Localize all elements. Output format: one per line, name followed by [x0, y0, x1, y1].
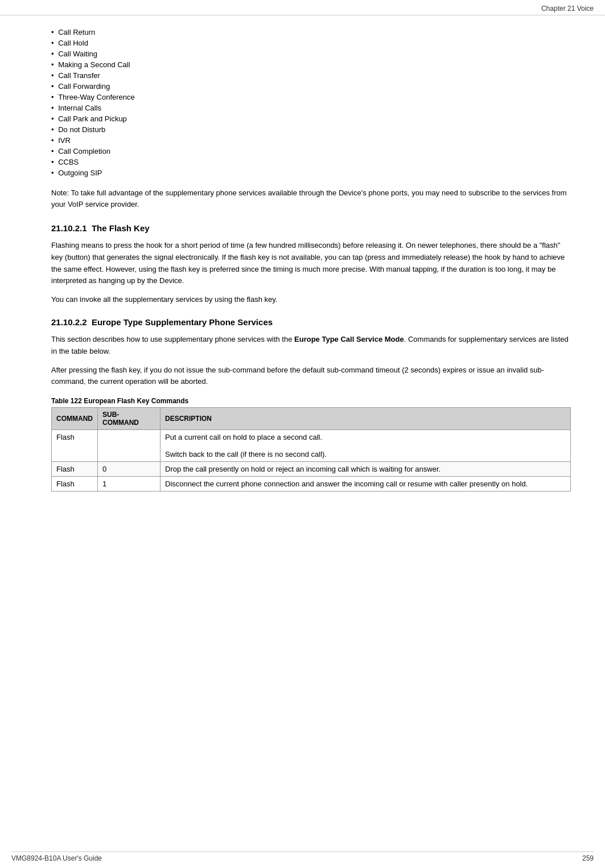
note-block: Note: To take full advantage of the supp… [51, 187, 571, 210]
bullet-item: Do not Disturb [51, 124, 571, 135]
col-header-description: DESCRIPTION [160, 408, 571, 430]
section2-title: Europe Type Supplementary Phone Services [92, 317, 273, 327]
section2-para1: This section describes how to use supple… [51, 334, 571, 358]
cell-description: Drop the call presently on hold or rejec… [160, 462, 571, 477]
cell-subcommand: 1 [98, 477, 160, 492]
bullet-item: Call Hold [51, 38, 571, 48]
col-header-subcommand: SUB-COMMAND [98, 408, 160, 430]
cell-subcommand [98, 430, 160, 462]
table-body: FlashPut a current call on hold to place… [52, 430, 571, 492]
table-header: COMMAND SUB-COMMAND DESCRIPTION [52, 408, 571, 430]
section1-title: The Flash Key [92, 223, 150, 233]
section2-number: 21.10.2.2 [51, 317, 87, 327]
cell-command: Flash [52, 430, 98, 462]
bullet-item: Call Park and Pickup [51, 113, 571, 124]
page-footer: VMG8924-B10A User's Guide 259 [11, 851, 594, 862]
section1-para1: Flashing means to press the hook for a s… [51, 240, 571, 287]
flash-key-table: COMMAND SUB-COMMAND DESCRIPTION FlashPut… [51, 407, 571, 492]
table-row: Flash1Disconnect the current phone conne… [52, 477, 571, 492]
section1-number: 21.10.2.1 [51, 223, 87, 233]
table-row: Flash0Drop the call presently on hold or… [52, 462, 571, 477]
cell-description: Disconnect the current phone connection … [160, 477, 571, 492]
section1-para2: You can invoke all the supplementary ser… [51, 294, 571, 306]
bullet-item: Three-Way Conference [51, 92, 571, 103]
note-label: Note: [51, 189, 69, 197]
cell-command: Flash [52, 477, 98, 492]
note-body: To take full advantage of the supplement… [51, 189, 567, 208]
bullet-item: Call Return [51, 27, 571, 38]
page-header: Chapter 21 Voice [0, 0, 605, 15]
bullet-item: Making a Second Call [51, 59, 571, 70]
cell-subcommand: 0 [98, 462, 160, 477]
col-header-command: COMMAND [52, 408, 98, 430]
section2-para2: After pressing the flash key, if you do … [51, 365, 571, 388]
chapter-title: Chapter 21 Voice [541, 5, 594, 13]
bullet-item: CCBS [51, 157, 571, 167]
cell-command: Flash [52, 462, 98, 477]
bullet-item: IVR [51, 135, 571, 146]
section1-heading: 21.10.2.1 The Flash Key [51, 223, 571, 233]
bullet-item: Outgoing SIP [51, 167, 571, 178]
cell-description: Put a current call on hold to place a se… [160, 430, 571, 462]
footer-right: 259 [582, 854, 594, 862]
main-content: Call ReturnCall HoldCall WaitingMaking a… [0, 15, 605, 526]
bullet-list: Call ReturnCall HoldCall WaitingMaking a… [51, 27, 571, 178]
bullet-item: Internal Calls [51, 103, 571, 113]
bullet-item: Call Waiting [51, 48, 571, 59]
bullet-item: Call Completion [51, 146, 571, 157]
footer-left: VMG8924-B10A User's Guide [11, 854, 102, 862]
bullet-item: Call Transfer [51, 70, 571, 81]
bullet-item: Call Forwarding [51, 81, 571, 92]
table-header-row: COMMAND SUB-COMMAND DESCRIPTION [52, 408, 571, 430]
table-row: FlashPut a current call on hold to place… [52, 430, 571, 462]
table-caption: Table 122 European Flash Key Commands [51, 397, 571, 405]
section2-heading: 21.10.2.2 Europe Type Supplementary Phon… [51, 317, 571, 327]
